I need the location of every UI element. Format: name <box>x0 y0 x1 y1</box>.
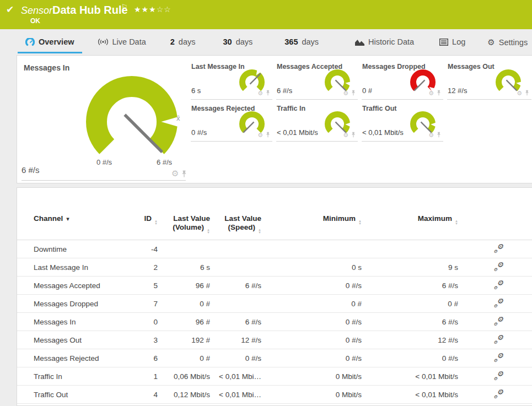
gauge-gear-icon[interactable] <box>428 129 434 139</box>
channel-id: 5 <box>136 282 160 290</box>
channel-settings-icon[interactable] <box>493 353 503 362</box>
gauge-gear-icon[interactable] <box>517 88 522 98</box>
stars-filled[interactable]: ★★★ <box>134 5 157 14</box>
column-header-last-value-speed[interactable]: Last Value(Speed) <box>213 214 264 240</box>
gauge-pin-icon[interactable] <box>351 132 356 138</box>
channel-name-link[interactable]: Traffic In <box>17 372 136 381</box>
maximum-value: < 0,01 Mbit/s <box>364 372 461 381</box>
last-value-speed: < 0,01 Mbi… <box>213 372 264 381</box>
stars-empty[interactable]: ☆☆ <box>157 5 171 14</box>
gauge-current-value: 0 #/s <box>191 128 207 137</box>
gauge-pin-icon[interactable] <box>437 90 441 96</box>
gauge-title: Traffic Out <box>362 105 397 112</box>
tab-30-days[interactable]: 30days <box>215 34 260 52</box>
channel-settings-icon[interactable] <box>493 262 503 271</box>
channel-name-link[interactable]: Last Message In <box>17 263 136 272</box>
sensor-status-text: OK <box>30 17 40 25</box>
gauge-gear-icon[interactable] <box>171 169 179 178</box>
channel-id: 2 <box>136 263 160 272</box>
channel-name-link[interactable]: Messages Rejected <box>17 354 136 362</box>
maximum-value: 0 #/s <box>364 354 461 362</box>
gauge-scale-min: 0 #/s <box>88 158 121 166</box>
tab-settings[interactable]: Settings <box>480 34 532 53</box>
tab-historic-data[interactable]: Historic Data <box>347 34 422 52</box>
gauge-arc <box>499 72 518 89</box>
tab-label: days <box>179 37 196 46</box>
gauge-gear-icon[interactable] <box>343 88 348 98</box>
channel-id: 0 <box>136 318 160 326</box>
gauge-gear-icon[interactable] <box>257 88 263 98</box>
gauge-pin-icon[interactable] <box>437 132 441 138</box>
channel-id: -4 <box>136 245 160 253</box>
column-header-maximum[interactable]: Maximum <box>364 214 461 240</box>
channel-name-link[interactable]: Traffic Out <box>17 391 136 399</box>
gauge-arc <box>96 86 167 147</box>
mean-marker-label: x̄ <box>176 114 180 122</box>
priority-stars[interactable]: ★★★☆☆ <box>134 5 171 14</box>
status-ok-check-icon <box>6 4 14 15</box>
channel-settings-icon[interactable] <box>493 335 503 344</box>
gauge-gear-icon[interactable] <box>257 129 263 139</box>
gauge-gear-icon[interactable] <box>428 88 434 98</box>
gauge-pin-icon[interactable] <box>525 90 529 96</box>
channel-settings-icon[interactable] <box>493 371 503 380</box>
channel-name-link[interactable]: Messages Accepted <box>17 282 136 290</box>
mini-gauge-card: Traffic In < 0,01 Mbit/s <box>276 103 359 142</box>
maximum-value: 6 #/s <box>364 282 461 290</box>
column-header-id[interactable]: ID <box>136 214 160 240</box>
tab-2-days[interactable]: 2days <box>163 34 203 52</box>
tab-label-bold: 30 <box>223 37 232 46</box>
column-label: Minimum <box>323 214 356 223</box>
gauge-pin-icon[interactable] <box>181 170 187 177</box>
column-header-channel[interactable]: Channel <box>17 214 136 240</box>
tab-label: Settings <box>499 38 528 47</box>
tab-label: Live Data <box>112 37 146 46</box>
channel-settings-icon[interactable] <box>493 280 503 289</box>
channel-name-link[interactable]: Messages Out <box>17 336 136 344</box>
last-value-speed: 12 #/s <box>213 336 264 344</box>
tab-live-data[interactable]: Live Data <box>90 34 154 52</box>
sort-icon <box>258 229 261 234</box>
object-type-label: Sensor <box>21 5 52 17</box>
overview-gauge-icon <box>25 38 35 46</box>
last-value-volume: 192 # <box>160 336 213 344</box>
table-row: Downtime -4 <box>17 240 532 258</box>
gauge-pin-icon[interactable] <box>266 90 270 96</box>
last-value-volume: 0 # <box>160 354 213 362</box>
channel-settings-icon[interactable] <box>493 244 503 253</box>
column-label: ID <box>144 214 152 223</box>
sensor-title: Data Hub Rule <box>52 4 128 17</box>
gauge-arc <box>328 72 347 89</box>
maximum-value: < 0,01 Mbit/s <box>364 391 461 399</box>
table-row: Traffic Out 4 0,12 Mbit/s < 0,01 Mbi… 0 … <box>17 386 532 404</box>
channel-name-link[interactable]: Downtime <box>17 245 136 253</box>
gauge-pin-icon[interactable] <box>266 132 270 138</box>
table-row: Messages In 0 96 # 6 #/s 0 #/s 6 #/s <box>17 313 532 331</box>
last-value-speed: 0 #/s <box>213 354 264 362</box>
gauge-gear-icon[interactable] <box>343 129 348 139</box>
tab-log[interactable]: Log <box>432 34 473 52</box>
primary-gauge[interactable] <box>84 74 179 169</box>
mini-gauge-card: Messages Accepted 6 #/s <box>276 61 359 100</box>
channel-settings-icon[interactable] <box>493 317 503 326</box>
mini-gauge-card: Last Message In 6 s <box>191 61 273 100</box>
mini-gauge-card: Traffic Out < 0,01 Mbit/s <box>362 103 444 142</box>
gauges-panel: Messages In x̄ 0 #/s 6 #/s 6 #/s Last Me… <box>17 55 532 183</box>
column-header-minimum[interactable]: Minimum <box>264 214 364 240</box>
column-header-last-value-volume[interactable]: Last Value(Volume) <box>160 214 213 240</box>
gauge-current-value: < 0,01 Mbit/s <box>277 128 318 137</box>
tab-365-days[interactable]: 365days <box>277 34 326 52</box>
channel-id: 4 <box>136 391 160 399</box>
channel-name-link[interactable]: Messages Dropped <box>17 300 136 308</box>
gauge-pin-icon[interactable] <box>351 90 356 96</box>
column-label: Channel <box>34 214 63 223</box>
channel-settings-icon[interactable] <box>493 389 503 398</box>
sort-icon <box>455 220 458 225</box>
channel-settings-icon[interactable] <box>493 299 503 307</box>
minimum-value: 0 #/s <box>264 318 364 326</box>
channel-name-link[interactable]: Messages In <box>17 318 136 326</box>
tab-overview[interactable]: Overview <box>18 34 82 53</box>
log-list-icon <box>439 39 448 46</box>
table-row: Messages Dropped 7 0 # 0 # 0 # <box>17 295 532 313</box>
sort-desc-icon <box>66 214 69 223</box>
